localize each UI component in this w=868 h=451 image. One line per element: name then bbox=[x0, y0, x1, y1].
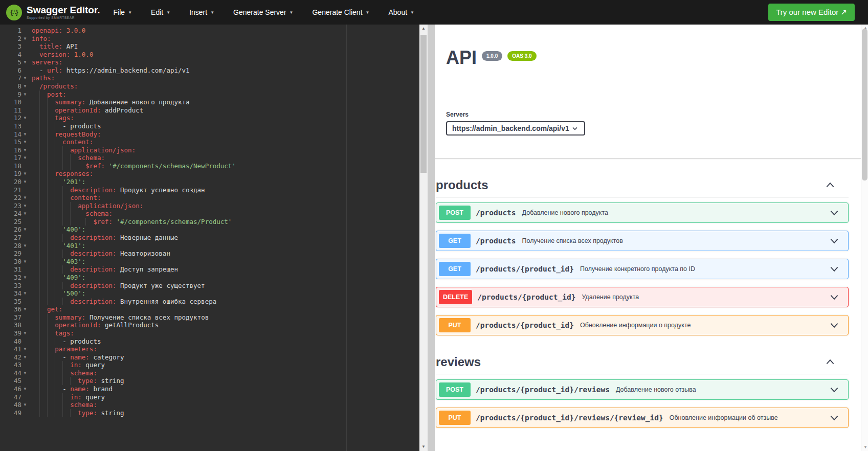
fold-caret-icon[interactable]: ▼ bbox=[21, 138, 29, 146]
code-line[interactable]: 7▼paths: bbox=[0, 74, 419, 82]
menu-generate-server[interactable]: Generate Server▼ bbox=[233, 8, 293, 16]
code-line[interactable]: 27description: Неверные данные bbox=[0, 234, 419, 242]
code-line[interactable]: 31description: Доступ запрещен bbox=[0, 265, 419, 274]
expand-operation-icon[interactable] bbox=[829, 207, 840, 218]
code-line[interactable]: 19▼responses: bbox=[0, 170, 419, 178]
fold-caret-icon[interactable]: ▼ bbox=[21, 210, 29, 218]
code-line[interactable]: 47in: query bbox=[0, 393, 419, 401]
code-line[interactable]: 21description: Продукт успешно создан bbox=[0, 186, 419, 194]
code-line[interactable]: 9▼post: bbox=[0, 91, 419, 99]
expand-operation-icon[interactable] bbox=[829, 235, 840, 246]
code-line[interactable]: 36▼get: bbox=[0, 305, 419, 313]
operation-row[interactable]: DELETE/products/{product_id}Удаление про… bbox=[436, 287, 849, 307]
code-line[interactable]: 16▼application/json: bbox=[0, 146, 419, 154]
code-line[interactable]: 22▼content: bbox=[0, 194, 419, 202]
code-line[interactable]: 1openapi: 3.0.0 bbox=[0, 27, 419, 35]
operation-row[interactable]: PUT/products/{product_id}/reviews/{revie… bbox=[436, 408, 849, 428]
fold-caret-icon[interactable]: ▼ bbox=[21, 91, 29, 99]
swagger-logo[interactable]: {∴} Swagger Editor. Supported by SMARTBE… bbox=[6, 5, 100, 20]
code-line[interactable]: 43in: query bbox=[0, 361, 419, 369]
editor-scrollbar[interactable]: ▲ ▼ bbox=[419, 25, 428, 451]
menu-about[interactable]: About▼ bbox=[388, 8, 414, 16]
code-line[interactable]: 34▼'500': bbox=[0, 289, 419, 298]
fold-caret-icon[interactable]: ▼ bbox=[21, 401, 29, 409]
fold-caret-icon[interactable]: ▼ bbox=[21, 289, 29, 298]
code-line[interactable]: 32▼'409': bbox=[0, 274, 419, 282]
code-line[interactable]: 13- products bbox=[0, 122, 419, 130]
code-line[interactable]: 37summary: Получение списка всех продукт… bbox=[0, 313, 419, 322]
code-line[interactable]: 12▼tags: bbox=[0, 114, 419, 122]
expand-operation-icon[interactable] bbox=[829, 384, 840, 395]
code-line[interactable]: 20▼'201': bbox=[0, 178, 419, 186]
fold-caret-icon[interactable]: ▼ bbox=[21, 258, 29, 266]
code-line[interactable]: 17▼schema: bbox=[0, 154, 419, 162]
code-line[interactable]: 18$ref: '#/components/schemas/NewProduct… bbox=[0, 162, 419, 170]
menu-file[interactable]: File▼ bbox=[114, 8, 132, 16]
collapse-section-icon[interactable] bbox=[825, 179, 836, 191]
code-line[interactable]: 2▼info: bbox=[0, 35, 419, 43]
code-line[interactable]: 23▼application/json: bbox=[0, 202, 419, 210]
fold-caret-icon[interactable]: ▼ bbox=[21, 130, 29, 139]
expand-operation-icon[interactable] bbox=[829, 263, 840, 275]
code-line[interactable]: 45type: string bbox=[0, 377, 419, 385]
fold-caret-icon[interactable]: ▼ bbox=[21, 226, 29, 234]
code-line[interactable]: 29description: Неавторизован bbox=[0, 250, 419, 258]
code-line[interactable]: 30▼'403': bbox=[0, 258, 419, 266]
pane-splitter[interactable] bbox=[428, 25, 435, 451]
fold-caret-icon[interactable]: ▼ bbox=[21, 35, 29, 43]
code-line[interactable]: 28▼'401': bbox=[0, 242, 419, 250]
code-line[interactable]: 33description: Продукт уже существует bbox=[0, 282, 419, 290]
fold-caret-icon[interactable]: ▼ bbox=[21, 154, 29, 162]
editor-scrollbar-thumb[interactable] bbox=[420, 35, 427, 173]
expand-operation-icon[interactable] bbox=[829, 291, 840, 303]
code-line[interactable]: 4version: 1.0.0 bbox=[0, 51, 419, 59]
fold-caret-icon[interactable]: ▼ bbox=[21, 369, 29, 377]
code-line[interactable]: 26▼'400': bbox=[0, 226, 419, 234]
expand-operation-icon[interactable] bbox=[829, 412, 840, 423]
menu-generate-client[interactable]: Generate Client▼ bbox=[312, 8, 369, 16]
operation-row[interactable]: PUT/products/{product_id}Обновление инфо… bbox=[436, 315, 849, 335]
fold-caret-icon[interactable]: ▼ bbox=[21, 178, 29, 186]
fold-caret-icon[interactable]: ▼ bbox=[21, 353, 29, 362]
fold-caret-icon[interactable]: ▼ bbox=[21, 74, 29, 82]
code-line[interactable]: 11operationId: addProduct bbox=[0, 106, 419, 115]
menu-insert[interactable]: Insert▼ bbox=[189, 8, 214, 16]
try-new-editor-button[interactable]: Try our new Editor ↗ bbox=[768, 4, 855, 21]
code-line[interactable]: 38operationId: getAllProducts bbox=[0, 321, 419, 329]
code-line[interactable]: 49type: string bbox=[0, 409, 419, 417]
tag-section-header-products[interactable]: products bbox=[436, 178, 849, 197]
code-line[interactable]: 10summary: Добавление нового продукта bbox=[0, 98, 419, 106]
expand-operation-icon[interactable] bbox=[829, 320, 840, 331]
scroll-down-arrow-icon[interactable]: ▼ bbox=[419, 443, 428, 450]
page-scrollbar-thumb[interactable] bbox=[862, 29, 867, 181]
operation-row[interactable]: GET/productsПолучение списка всех продук… bbox=[436, 231, 849, 251]
operation-row[interactable]: POST/products/{product_id}/reviewsДобавл… bbox=[436, 379, 849, 400]
fold-caret-icon[interactable]: ▼ bbox=[21, 202, 29, 210]
code-line[interactable]: 46▼- name: brand bbox=[0, 385, 419, 393]
fold-caret-icon[interactable]: ▼ bbox=[21, 170, 29, 178]
code-line[interactable]: 6- url: https://admin_backend.com/api/v1 bbox=[0, 66, 419, 75]
fold-caret-icon[interactable]: ▼ bbox=[21, 305, 29, 313]
collapse-section-icon[interactable] bbox=[825, 356, 836, 368]
scroll-down-arrow-icon[interactable]: ▼ bbox=[861, 444, 868, 451]
scroll-up-arrow-icon[interactable]: ▲ bbox=[419, 25, 428, 32]
fold-caret-icon[interactable]: ▼ bbox=[21, 329, 29, 337]
fold-caret-icon[interactable]: ▼ bbox=[21, 58, 29, 66]
page-scrollbar[interactable]: ▲ ▼ bbox=[861, 25, 868, 451]
fold-caret-icon[interactable]: ▼ bbox=[21, 274, 29, 282]
fold-caret-icon[interactable]: ▼ bbox=[21, 114, 29, 122]
code-line[interactable]: 44▼schema: bbox=[0, 369, 419, 377]
menu-edit[interactable]: Edit▼ bbox=[151, 8, 170, 16]
fold-caret-icon[interactable]: ▼ bbox=[21, 146, 29, 154]
fold-caret-icon[interactable]: ▼ bbox=[21, 194, 29, 202]
fold-caret-icon[interactable]: ▼ bbox=[21, 242, 29, 250]
yaml-code-area[interactable]: 1openapi: 3.0.02▼info:3title: API4versio… bbox=[0, 25, 419, 451]
code-line[interactable]: 42▼- name: category bbox=[0, 353, 419, 362]
code-line[interactable]: 24▼schema: bbox=[0, 210, 419, 218]
server-select[interactable]: https://admin_backend.com/api/v1 bbox=[446, 121, 585, 136]
code-line[interactable]: 3title: API bbox=[0, 42, 419, 51]
code-line[interactable]: 40- products bbox=[0, 337, 419, 346]
tag-section-header-reviews[interactable]: reviews bbox=[436, 355, 849, 374]
fold-caret-icon[interactable]: ▼ bbox=[21, 345, 29, 353]
fold-caret-icon[interactable]: ▼ bbox=[21, 385, 29, 393]
